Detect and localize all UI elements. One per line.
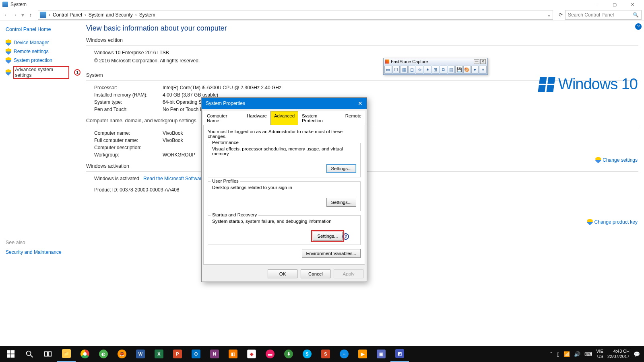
taskbar-app-idm[interactable]: ⬇ bbox=[279, 346, 298, 362]
taskbar-app-generic3[interactable]: ▬ bbox=[261, 346, 279, 362]
breadcrumb-1[interactable]: Control Panel bbox=[51, 12, 84, 18]
fs-screen-recorder[interactable]: ▤ bbox=[448, 66, 455, 74]
system-properties-dialog: System Properties ✕ Computer Name Hardwa… bbox=[201, 97, 367, 282]
taskbar-app-generic1[interactable]: ◧ bbox=[224, 346, 242, 362]
breadcrumb-3[interactable]: System bbox=[138, 12, 157, 18]
apply-button[interactable]: Apply bbox=[334, 269, 363, 278]
fs-draw-icon[interactable]: 🎨 bbox=[463, 66, 471, 74]
faststone-minimize[interactable]: — bbox=[474, 59, 479, 64]
group-user-profiles: User Profiles Desktop settings related t… bbox=[208, 181, 361, 211]
fs-capture-repeat[interactable]: ⧉ bbox=[440, 66, 447, 74]
faststone-titlebar[interactable]: FastStone Capture — ✕ bbox=[384, 58, 487, 65]
nav-forward[interactable]: → bbox=[10, 12, 19, 18]
control-panel-icon bbox=[40, 12, 46, 18]
fs-capture-scroll[interactable]: ✶ bbox=[424, 66, 431, 74]
processor-value: Intel(R) Core(TM) i5-6200U CPU @ 2.30GHz… bbox=[163, 85, 281, 90]
fs-capture-rect[interactable]: ▦ bbox=[400, 66, 408, 74]
tray-clock[interactable]: 4:43 CH22/07/2017 bbox=[607, 349, 630, 359]
sidebar-item-advanced-system-settings[interactable]: Advanced system settings1 bbox=[6, 66, 80, 79]
sidebar-item-remote-settings[interactable]: Remote settings bbox=[6, 48, 80, 55]
tab-advanced[interactable]: Advanced bbox=[270, 111, 298, 125]
tab-remote[interactable]: Remote bbox=[342, 111, 365, 125]
fs-capture-window[interactable]: ▭ bbox=[384, 66, 392, 74]
search-input[interactable]: Search Control Panel 🔍 bbox=[565, 10, 642, 20]
fs-save-icon[interactable]: 💾 bbox=[455, 66, 463, 74]
activation-terms-link[interactable]: Read the Microsoft Software L bbox=[143, 176, 208, 181]
change-product-key-label: Change product key bbox=[594, 219, 638, 225]
taskbar-app-generic4[interactable]: ▣ bbox=[372, 346, 390, 362]
breadcrumb-dropdown[interactable]: ⌄ bbox=[547, 12, 551, 18]
breadcrumb-2[interactable]: System and Security bbox=[87, 12, 134, 18]
taskbar-app-faststone[interactable]: ◩ bbox=[390, 346, 409, 362]
taskbar-app-excel[interactable]: X bbox=[150, 346, 168, 362]
taskbar-app-teamviewer[interactable]: ↔ bbox=[335, 346, 353, 362]
window-maximize[interactable]: ▢ bbox=[605, 0, 623, 9]
help-icon[interactable]: ? bbox=[635, 23, 642, 30]
dialog-close[interactable]: ✕ bbox=[358, 100, 363, 107]
performance-settings-button[interactable]: Settings... bbox=[326, 164, 356, 173]
fs-capture-object[interactable]: ☐ bbox=[392, 66, 400, 74]
change-settings-link[interactable]: Change settings bbox=[595, 157, 638, 163]
taskbar-app-mediaplayer[interactable]: ▶ bbox=[353, 346, 372, 362]
tray-volume-icon[interactable]: 🔊 bbox=[574, 351, 580, 357]
shield-icon bbox=[6, 48, 11, 55]
nav-refresh[interactable]: ⟳ bbox=[556, 12, 565, 18]
fs-color-picker[interactable]: ⌖ bbox=[479, 66, 487, 74]
ok-button[interactable]: OK bbox=[268, 269, 297, 278]
fs-settings-dropdown[interactable]: ▾ bbox=[471, 66, 479, 74]
sidebar-item-system-protection[interactable]: System protection bbox=[6, 57, 80, 64]
user-profiles-settings-button[interactable]: Settings... bbox=[326, 198, 356, 207]
tab-system-protection[interactable]: System Protection bbox=[298, 111, 342, 125]
faststone-close[interactable]: ✕ bbox=[480, 59, 486, 64]
group-performance-legend: Performance bbox=[211, 140, 240, 145]
faststone-toolbar[interactable]: FastStone Capture — ✕ ▭ ☐ ▦ ◻ ☆ ✶ ⊞ ⧉ ▤ … bbox=[383, 58, 488, 75]
processor-label: Processor: bbox=[94, 85, 163, 90]
change-product-key-link[interactable]: Change product key bbox=[587, 219, 638, 225]
search-button[interactable] bbox=[20, 346, 39, 362]
cancel-button[interactable]: Cancel bbox=[301, 269, 330, 278]
fs-capture-fixed[interactable]: ⊞ bbox=[432, 66, 440, 74]
start-button[interactable] bbox=[2, 346, 20, 362]
taskbar-app-word[interactable]: W bbox=[131, 346, 150, 362]
task-view-button[interactable] bbox=[39, 346, 57, 362]
tray-battery-icon[interactable]: ▯ bbox=[557, 351, 559, 357]
tab-computer-name[interactable]: Computer Name bbox=[203, 111, 243, 125]
fs-capture-freehand[interactable]: ◻ bbox=[408, 66, 416, 74]
taskbar-app-onenote[interactable]: N bbox=[205, 346, 224, 362]
see-also-security-maintenance[interactable]: Security and Maintenance bbox=[6, 249, 80, 255]
section-windows-edition: Windows edition bbox=[86, 37, 638, 43]
tray-notifications-icon[interactable]: 💬 bbox=[634, 351, 640, 357]
nav-recent-dropdown[interactable]: ▾ bbox=[19, 12, 27, 18]
startup-recovery-settings-button[interactable]: Settings... bbox=[313, 232, 343, 241]
breadcrumb-bar[interactable]: › Control Panel › System and Security › … bbox=[38, 10, 553, 20]
tab-hardware[interactable]: Hardware bbox=[243, 111, 270, 125]
tray-show-hidden-icon[interactable]: ˄ bbox=[550, 351, 553, 357]
taskbar-app-powerpoint[interactable]: P bbox=[168, 346, 187, 362]
sidebar-item-device-manager[interactable]: Device Manager bbox=[6, 39, 80, 46]
nav-back[interactable]: ← bbox=[2, 12, 10, 18]
tray-keyboard-icon[interactable]: ⌨ bbox=[584, 351, 592, 357]
pen-touch-label: Pen and Touch: bbox=[94, 107, 163, 112]
fs-capture-fullscreen[interactable]: ☆ bbox=[416, 66, 423, 74]
taskbar-app-sharepoint[interactable]: S bbox=[316, 346, 335, 362]
computer-description-label: Computer description: bbox=[94, 145, 163, 150]
window-close[interactable]: ✕ bbox=[623, 0, 642, 9]
ram-label: Installed memory (RAM): bbox=[94, 92, 163, 98]
environment-variables-button[interactable]: Environment Variables... bbox=[302, 249, 361, 258]
tray-wifi-icon[interactable]: 📶 bbox=[564, 351, 570, 357]
dialog-tabs: Computer Name Hardware Advanced System P… bbox=[203, 111, 365, 125]
taskbar-app-firefox[interactable]: 🦊 bbox=[113, 346, 131, 362]
nav-up[interactable]: ↑ bbox=[27, 12, 35, 18]
taskbar-app-chrome[interactable] bbox=[76, 346, 94, 362]
control-panel-home-link[interactable]: Control Panel Home bbox=[6, 27, 80, 32]
shield-icon bbox=[587, 219, 593, 225]
taskbar-app-coccoc[interactable]: ◐ bbox=[94, 346, 113, 362]
dialog-titlebar[interactable]: System Properties ✕ bbox=[202, 98, 367, 109]
tray-language[interactable]: VIEUS bbox=[596, 349, 603, 359]
window-minimize[interactable]: — bbox=[587, 0, 605, 9]
taskbar-app-generic2[interactable]: ◆ bbox=[242, 346, 261, 362]
search-icon: 🔍 bbox=[633, 12, 639, 18]
taskbar-app-outlook[interactable]: O bbox=[187, 346, 205, 362]
taskbar-app-skype[interactable]: S bbox=[298, 346, 316, 362]
taskbar-app-explorer[interactable]: 📁 bbox=[57, 346, 76, 362]
